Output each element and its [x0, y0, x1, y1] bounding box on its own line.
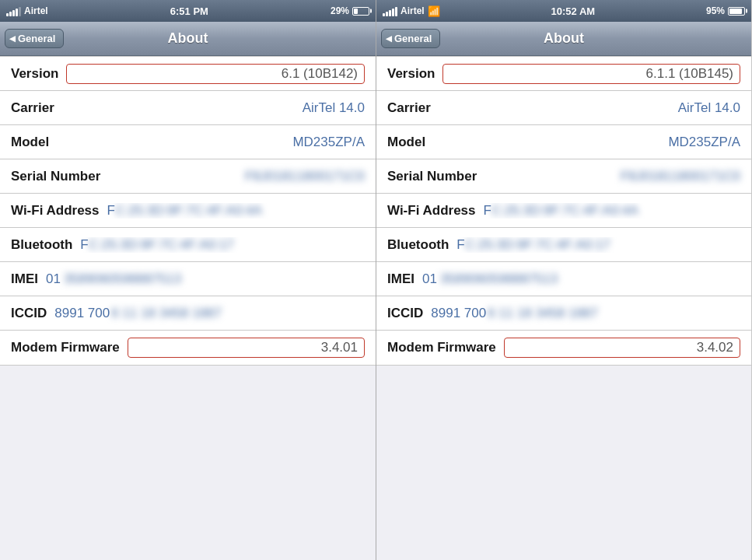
table-section-left: Version 6.1 (10B142) Carrier AirTel 14.0…: [0, 56, 376, 366]
status-right-left: 29%: [331, 5, 369, 16]
table-row-carrier-right: Carrier AirTel 14.0: [376, 91, 751, 125]
row-value-modem-right: 3.4.02: [504, 338, 740, 358]
table-row-bluetooth-right: Bluetooth F C:25:3D:9F:7C:4F:A0:17: [376, 228, 751, 262]
wifi-value-blurred-right: C:25:3D:9F:7C:4F:A0:4A: [491, 203, 740, 219]
battery-percent-left: 29%: [331, 5, 349, 16]
back-button-left[interactable]: General: [5, 29, 64, 48]
row-label-imei-left: IMEI: [11, 271, 38, 287]
row-label-iccid-left: ICCID: [11, 306, 47, 321]
table-row-iccid-left: ICCID 8991 700 6 11 18 3458 1887: [0, 296, 376, 331]
row-label-version-right: Version: [387, 66, 435, 82]
row-label-version-left: Version: [11, 66, 58, 82]
row-value-serial-right: F8J01811800171C0: [484, 169, 740, 184]
signal-bar-r1: [383, 13, 385, 16]
battery-icon-left: [352, 7, 369, 16]
row-value-model-right: MD235ZP/A: [433, 135, 740, 150]
table-right: Version 6.1.1 (10B145) Carrier AirTel 14…: [376, 56, 751, 560]
table-row-carrier-left: Carrier AirTel 14.0: [0, 91, 376, 125]
nav-bar-left: General About: [0, 22, 376, 56]
iccid-value-blurred-left: 6 11 18 3458 1887: [111, 306, 365, 321]
time-left: 6:51 PM: [170, 5, 208, 17]
table-section-right: Version 6.1.1 (10B145) Carrier AirTel 14…: [376, 56, 751, 366]
table-row-iccid-right: ICCID 8991 700 6 11 18 3458 1887: [376, 296, 751, 331]
phone-left: Airtel 6:51 PM 29% General About Version…: [0, 0, 376, 560]
bt-value-blurred-left: C:25:3D:9F:7C:4F:A0:17: [89, 237, 365, 253]
table-row-modem-left: Modem Firmware 3.4.01: [0, 331, 376, 365]
imei-value-blurred-left: 3589060598887513: [64, 271, 365, 287]
battery-icon-right: [728, 7, 745, 16]
wifi-value-blurred-left: C:25:3D:9F:7C:4F:A0:4A: [115, 203, 365, 219]
table-left: Version 6.1 (10B142) Carrier AirTel 14.0…: [0, 56, 376, 560]
signal-bar-2: [9, 12, 12, 16]
signal-bar-5: [19, 7, 21, 16]
status-bar-right: Airtel 📶 10:52 AM 95%: [376, 0, 751, 22]
carrier-left: Airtel: [24, 5, 48, 16]
table-row-modem-right: Modem Firmware 3.4.02: [376, 331, 751, 365]
table-row-serial-right: Serial Number F8J01811800171C0: [376, 159, 751, 194]
nav-title-left: About: [168, 30, 208, 47]
table-row-model-left: Model MD235ZP/A: [0, 125, 376, 159]
phone-right: Airtel 📶 10:52 AM 95% General About Vers…: [376, 0, 751, 560]
row-label-modem-right: Modem Firmware: [387, 340, 496, 355]
signal-bar-r4: [392, 9, 394, 16]
table-row-imei-left: IMEI 01 3589060598887513: [0, 262, 376, 296]
row-label-bluetooth-right: Bluetooth: [387, 237, 449, 253]
wifi-prefix-left: F: [107, 203, 115, 219]
status-bar-left: Airtel 6:51 PM 29%: [0, 0, 376, 22]
row-label-wifi-left: Wi-Fi Address: [11, 203, 100, 219]
bt-prefix-right: F: [456, 237, 464, 253]
imei-prefix-left: 01: [46, 271, 61, 287]
row-label-carrier-left: Carrier: [11, 100, 54, 116]
signal-bar-r5: [395, 7, 397, 16]
carrier-right: Airtel: [400, 5, 425, 16]
row-label-wifi-right: Wi-Fi Address: [387, 203, 476, 219]
imei-prefix-right: 01: [422, 271, 437, 287]
row-label-serial-right: Serial Number: [387, 169, 477, 184]
row-label-carrier-right: Carrier: [387, 100, 431, 116]
signal-bar-r2: [386, 12, 388, 16]
row-label-bluetooth-left: Bluetooth: [11, 237, 72, 253]
nav-bar-right: General About: [376, 22, 751, 56]
bt-value-blurred-right: C:25:3D:9F:7C:4F:A0:17: [465, 237, 740, 253]
row-label-iccid-right: ICCID: [387, 306, 423, 321]
iccid-prefix-right: 8991 700: [431, 306, 486, 321]
table-row-version-left: Version 6.1 (10B142): [0, 57, 376, 91]
table-row-wifi-right: Wi-Fi Address F C:25:3D:9F:7C:4F:A0:4A: [376, 194, 751, 228]
table-row-imei-right: IMEI 01 3589060598887513: [376, 262, 751, 296]
signal-bar-r3: [389, 10, 391, 16]
battery-fill-left: [354, 9, 358, 14]
row-value-carrier-right: AirTel 14.0: [439, 100, 740, 116]
time-right: 10:52 AM: [551, 5, 596, 17]
row-value-modem-left: 3.4.01: [128, 338, 365, 358]
back-button-right[interactable]: General: [381, 29, 440, 48]
status-left: Airtel: [6, 5, 48, 16]
table-row-wifi-left: Wi-Fi Address F C:25:3D:9F:7C:4F:A0:4A: [0, 194, 376, 228]
row-value-version-left: 6.1 (10B142): [66, 64, 365, 84]
bt-prefix-left: F: [80, 237, 88, 253]
nav-title-right: About: [544, 30, 584, 47]
row-value-model-left: MD235ZP/A: [57, 135, 365, 150]
iccid-prefix-left: 8991 700: [54, 306, 110, 321]
row-label-model-right: Model: [387, 135, 425, 150]
row-label-imei-right: IMEI: [387, 271, 414, 287]
row-value-carrier-left: AirTel 14.0: [62, 100, 365, 116]
table-row-model-right: Model MD235ZP/A: [376, 125, 751, 159]
wifi-prefix-right: F: [484, 203, 491, 219]
signal-bar-3: [12, 10, 15, 16]
row-value-serial-left: F8J01811800171C0: [108, 169, 365, 184]
row-value-version-right: 6.1.1 (10B145): [442, 64, 740, 84]
table-row-version-right: Version 6.1.1 (10B145): [376, 57, 751, 91]
row-label-model-left: Model: [11, 135, 49, 150]
imei-value-blurred-right: 3589060598887513: [440, 271, 740, 287]
wifi-icon-right: 📶: [428, 5, 440, 17]
table-row-bluetooth-left: Bluetooth F C:25:3D:9F:7C:4F:A0:17: [0, 228, 376, 262]
status-right-right: 95%: [706, 5, 745, 16]
row-label-serial-left: Serial Number: [11, 169, 100, 184]
status-left-right: Airtel 📶: [383, 5, 440, 17]
table-row-serial-left: Serial Number F8J01811800171C0: [0, 159, 376, 194]
row-label-modem-left: Modem Firmware: [11, 340, 120, 355]
battery-percent-right: 95%: [706, 5, 725, 16]
signal-bar-1: [6, 13, 9, 16]
iccid-value-blurred-right: 6 11 18 3458 1887: [488, 306, 740, 321]
signal-bar-4: [16, 9, 18, 16]
